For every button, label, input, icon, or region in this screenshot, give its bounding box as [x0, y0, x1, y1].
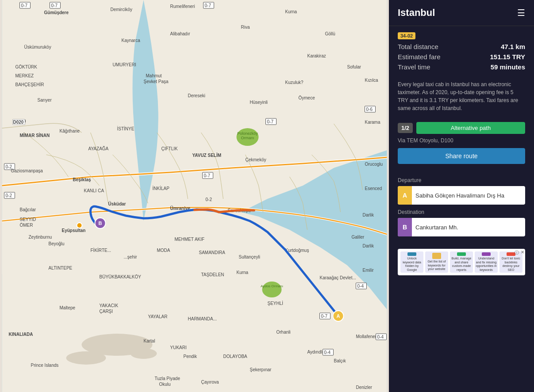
svg-text:SEYYID: SEYYID: [20, 217, 36, 222]
svg-text:A: A: [337, 313, 340, 319]
svg-text:Şekerpınar: Şekerpınar: [250, 367, 272, 372]
svg-text:Çayırova: Çayırova: [201, 380, 219, 384]
ad-item-5[interactable]: Don't let toxic backlinks destroy your S…: [499, 251, 522, 273]
estimated-fare-row: Estimated fare 151.15 TRY: [398, 53, 525, 61]
map-container[interactable]: D020 D020 0-2 0-2 0-7 0-7 0-7 0-7 0-7 0-…: [0, 0, 389, 392]
svg-text:0-7: 0-7: [321, 314, 328, 319]
svg-text:Göllü: Göllü: [325, 31, 335, 36]
svg-text:TAŞDELEN: TAŞDELEN: [201, 272, 224, 277]
svg-text:Maltepe: Maltepe: [60, 305, 76, 310]
svg-text:0-4: 0-4: [324, 350, 331, 355]
ad-text-2: Get the list of keywords for your websit…: [426, 260, 447, 271]
svg-text:Emilir: Emilir: [363, 268, 374, 273]
ad-text-5: Don't let toxic backlinks destroy your S…: [500, 257, 522, 272]
svg-text:KINALIADA: KINALIADA: [9, 332, 33, 337]
svg-text:İNKİLAP: İNKİLAP: [153, 186, 170, 191]
svg-text:Prince Islands: Prince Islands: [31, 363, 59, 368]
svg-text:Eyüpsultan: Eyüpsultan: [62, 228, 86, 233]
svg-text:Kartal: Kartal: [144, 339, 155, 343]
svg-text:Öymece: Öymece: [299, 95, 315, 100]
destination-row: B: [398, 218, 525, 236]
svg-text:0-6: 0-6: [366, 107, 373, 112]
svg-text:AYAZAĞA: AYAZAĞA: [88, 146, 109, 151]
svg-text:FİKİRTE...: FİKİRTE...: [91, 247, 111, 253]
ad-item-1[interactable]: Unlock keyword data hidden by Google: [400, 251, 423, 273]
departure-marker: A: [398, 186, 412, 205]
ad-text-1: Unlock keyword data hidden by Google: [401, 257, 423, 272]
svg-text:0-7: 0-7: [204, 173, 211, 178]
share-route-button[interactable]: Share route: [398, 148, 525, 164]
svg-text:Galiler: Galiler: [352, 235, 365, 240]
alternative-path-button[interactable]: Alternative path: [416, 122, 525, 134]
svg-text:SAMANDIRA: SAMANDIRA: [199, 250, 226, 255]
svg-text:Kuzuluk?: Kuzuluk?: [285, 80, 304, 85]
route-badge: 34-02: [398, 32, 415, 39]
svg-text:YAVUZ SELİM: YAVUZ SELİM: [192, 152, 222, 158]
svg-text:0-4: 0-4: [377, 335, 384, 339]
svg-text:İSTİNYE: İSTİNYE: [117, 126, 134, 131]
via-text: Via TEM Otoyolu, D100: [398, 137, 525, 144]
svg-text:Gümüşdere: Gümüşdere: [44, 10, 69, 15]
svg-text:ÇIFTLIK: ÇIFTLIK: [161, 146, 178, 151]
svg-text:D020: D020: [13, 120, 24, 125]
description-section: Every legal taxi cab in Istanbul has an …: [389, 77, 534, 118]
departure-row: A: [398, 186, 525, 205]
ad-info-icon[interactable]: ⓘ: [515, 250, 519, 256]
svg-text:MİMAR SİNAN: MİMAR SİNAN: [20, 133, 50, 138]
total-distance-value: 47.1 km: [501, 43, 525, 50]
svg-text:Mahmut: Mahmut: [146, 73, 162, 78]
svg-text:Bağcılar: Bağcılar: [20, 207, 36, 212]
travel-time-value: 59 minutes: [491, 63, 525, 71]
svg-text:ALTINTEPE: ALTINTEPE: [49, 266, 73, 270]
svg-text:ÖMER: ÖMER: [20, 223, 33, 228]
svg-text:KANLI CA: KANLI CA: [84, 188, 104, 193]
ad-item-4[interactable]: Understand and fix missing opportunities…: [475, 251, 498, 273]
description-text: Every legal taxi cab in Istanbul has an …: [398, 80, 525, 112]
svg-text:YUKARI: YUKARI: [170, 345, 187, 350]
svg-text:Kâğıthane: Kâğıthane: [60, 129, 80, 133]
estimated-fare-value: 151.15 TRY: [490, 53, 526, 61]
svg-text:Riva: Riva: [241, 25, 250, 30]
svg-text:ŞEYHLİ: ŞEYHLİ: [268, 301, 284, 306]
ad-close-icon[interactable]: ✕: [521, 250, 524, 255]
total-distance-row: Total distance 47.1 km: [398, 43, 525, 50]
ad-icon-1: [407, 252, 416, 256]
svg-text:Kurtdoğmuş: Kurtdoğmuş: [285, 248, 309, 253]
svg-text:Mollafeneri: Mollafeneri: [356, 334, 378, 339]
ad-icon-2: [432, 253, 441, 259]
ad-text-4: Understand and fix missing opportunities…: [476, 257, 497, 272]
departure-input[interactable]: [412, 188, 525, 203]
svg-text:Kaynarca: Kaynarca: [122, 38, 141, 43]
destination-marker: B: [398, 218, 412, 236]
right-panel: Istanbul ☰ 34-02 Total distance 47.1 km …: [389, 0, 534, 392]
svg-text:Darlik: Darlik: [363, 213, 375, 217]
svg-text:Orhanli: Orhanli: [277, 330, 291, 335]
svg-text:Zeytinburnu: Zeytinburnu: [29, 235, 52, 240]
svg-text:Kızılca: Kızılca: [365, 78, 378, 83]
destination-label: Destination: [398, 209, 525, 215]
svg-text:B: B: [99, 221, 102, 226]
svg-text:GÖKTÜRK: GÖKTÜRK: [15, 65, 38, 69]
total-distance-label: Total distance: [398, 43, 438, 50]
svg-text:Aydındlı: Aydındlı: [307, 350, 323, 354]
svg-text:Denizler: Denizler: [356, 385, 373, 390]
panel-header: Istanbul ☰: [389, 0, 534, 26]
svg-text:Çekmeköy: Çekmeköy: [246, 157, 266, 162]
svg-text:YAKACIK: YAKACIK: [100, 303, 119, 308]
ad-item-3[interactable]: Build, manage and share custom-made repo…: [450, 251, 473, 273]
ad-icon-4: [482, 252, 491, 256]
svg-text:Üskümuruköy: Üskümuruköy: [24, 45, 51, 49]
svg-text:Kurna: Kurna: [237, 270, 249, 275]
destination-input[interactable]: [412, 220, 525, 235]
hamburger-icon[interactable]: ☰: [517, 8, 525, 18]
svg-text:0-2: 0-2: [6, 193, 12, 198]
svg-text:Sultançeyli: Sultançeyli: [239, 255, 260, 259]
svg-text:Ormanı: Ormanı: [241, 136, 254, 140]
svg-text:Tuzla Piyade: Tuzla Piyade: [155, 376, 181, 381]
svg-text:ÇARŞI: ÇARŞI: [100, 309, 113, 314]
svg-text:MEHMET AKIF: MEHMET AKIF: [175, 237, 205, 242]
svg-text:Alibahadır: Alibahadır: [170, 31, 191, 36]
locations-section: Departure A Destination B: [389, 173, 534, 245]
svg-text:Karama: Karama: [365, 120, 380, 125]
ad-item-2[interactable]: Get the list of keywords for your websit…: [425, 251, 448, 273]
